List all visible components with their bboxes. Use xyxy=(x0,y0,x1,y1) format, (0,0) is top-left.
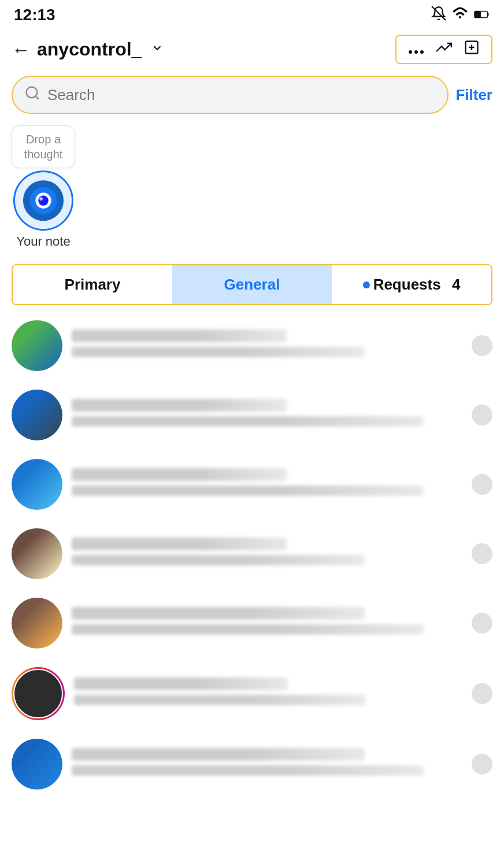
message-list xyxy=(0,305,504,805)
avatar xyxy=(12,739,62,790)
status-bar: 12:13 xyxy=(0,0,504,29)
search-input[interactable] xyxy=(47,86,436,104)
message-body xyxy=(72,399,462,431)
top-nav: ← anycontrol_ xyxy=(0,29,504,70)
your-note-card[interactable]: Drop athought Your note xyxy=(12,125,75,249)
note-avatar xyxy=(13,171,73,231)
avatar xyxy=(13,669,63,718)
message-preview xyxy=(72,555,365,565)
requests-label: Requests xyxy=(373,276,441,294)
message-preview xyxy=(72,624,423,635)
message-time xyxy=(472,405,492,425)
svg-rect-2 xyxy=(475,12,480,17)
dropdown-icon[interactable] xyxy=(151,42,164,57)
mute-icon xyxy=(431,6,446,24)
search-container: Filter xyxy=(0,70,504,120)
contact-name xyxy=(72,399,287,412)
list-item[interactable] xyxy=(0,380,504,450)
message-body xyxy=(72,748,462,780)
svg-point-3 xyxy=(409,50,412,54)
avatar xyxy=(12,320,62,371)
nav-left: ← anycontrol_ xyxy=(12,39,164,60)
avatar xyxy=(12,528,62,579)
svg-point-12 xyxy=(38,195,49,206)
message-preview xyxy=(74,695,365,705)
message-preview xyxy=(72,416,423,427)
svg-point-13 xyxy=(39,197,43,201)
requests-dot xyxy=(363,281,370,288)
nav-actions xyxy=(395,35,492,64)
note-avatar-logo xyxy=(21,178,66,223)
list-item[interactable] xyxy=(0,311,504,380)
avatar-story-ring xyxy=(12,667,65,720)
list-item[interactable] xyxy=(0,588,504,658)
contact-name xyxy=(72,748,365,761)
nav-title: anycontrol_ xyxy=(37,39,142,60)
list-item[interactable] xyxy=(0,450,504,519)
message-preview xyxy=(72,347,365,357)
status-time: 12:13 xyxy=(14,6,55,24)
svg-point-4 xyxy=(414,50,418,54)
svg-line-8 xyxy=(35,96,38,99)
avatar xyxy=(12,598,62,649)
wifi-icon xyxy=(452,7,468,23)
your-note-section: Drop athought Your note xyxy=(0,120,504,261)
search-box[interactable] xyxy=(12,76,449,114)
svg-point-7 xyxy=(27,87,38,98)
message-time xyxy=(472,613,492,633)
message-body xyxy=(72,538,462,570)
message-body xyxy=(72,468,462,501)
avatar xyxy=(12,459,62,510)
drop-thought-bubble: Drop athought xyxy=(12,125,75,168)
message-body xyxy=(72,329,462,362)
status-icons xyxy=(431,6,490,24)
list-item[interactable] xyxy=(0,729,504,799)
contact-name xyxy=(72,329,287,342)
contact-name xyxy=(72,468,287,481)
search-icon xyxy=(24,85,40,105)
battery-icon xyxy=(474,8,490,23)
note-label: Your note xyxy=(16,234,70,249)
more-options-button[interactable] xyxy=(403,40,429,58)
message-preview xyxy=(72,486,423,496)
avatar xyxy=(12,390,62,440)
compose-button[interactable] xyxy=(459,39,484,60)
message-time xyxy=(472,335,492,356)
tab-requests[interactable]: Requests 4 xyxy=(332,265,491,304)
contact-name xyxy=(74,677,288,690)
tab-primary[interactable]: Primary xyxy=(13,265,172,304)
list-item[interactable] xyxy=(0,658,504,729)
tab-general[interactable]: General xyxy=(172,265,332,304)
message-time xyxy=(472,754,492,775)
contact-name xyxy=(72,607,365,620)
message-time xyxy=(472,474,492,495)
contact-name xyxy=(72,538,287,550)
list-item[interactable] xyxy=(0,519,504,588)
message-time xyxy=(472,683,492,704)
message-time xyxy=(472,543,492,564)
message-body xyxy=(72,607,462,639)
message-preview xyxy=(72,765,423,776)
svg-point-5 xyxy=(420,50,424,54)
requests-count: 4 xyxy=(452,276,460,294)
svg-line-0 xyxy=(432,6,446,20)
message-body xyxy=(74,677,462,710)
back-button[interactable]: ← xyxy=(12,40,30,59)
tabs-container: Primary General Requests 4 xyxy=(12,264,492,305)
filter-button[interactable]: Filter xyxy=(455,86,492,104)
trending-button[interactable] xyxy=(431,39,457,60)
